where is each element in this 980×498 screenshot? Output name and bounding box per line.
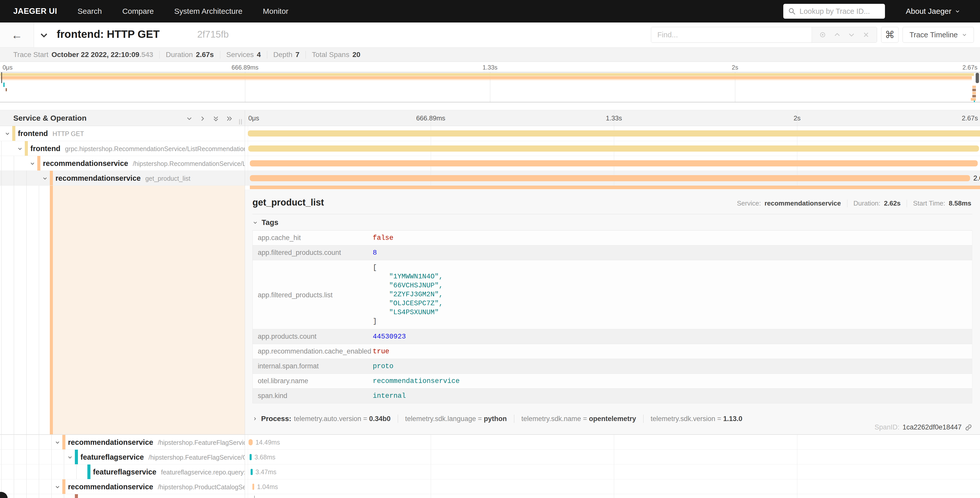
trace-id-lookup-input[interactable] (800, 7, 880, 16)
minimap-span-bar (0, 79, 972, 80)
column-resizer-handle[interactable]: || (239, 118, 243, 125)
collapse-span-chevron-icon[interactable] (67, 454, 73, 460)
jaeger-trace-page: JAEGER UI Search Compare System Architec… (0, 0, 980, 498)
expand-all-icon[interactable] (225, 115, 233, 123)
process-entry: telemetry.sdk.language = python (405, 415, 507, 423)
collapse-all-icon[interactable] (212, 115, 220, 123)
tag-value: 44530923 (373, 333, 406, 340)
tag-row: app.filtered_products.list [ "1YMWWN1N4O… (253, 260, 972, 329)
collapse-span-chevron-icon[interactable] (54, 484, 60, 490)
start-time-value: 8.58ms (949, 200, 971, 208)
pane-splitter[interactable] (245, 110, 245, 498)
minimap-tick: 2.67s (963, 64, 977, 71)
minimap-right-scrubber[interactable] (976, 73, 979, 83)
minimap-span-bar (0, 76, 972, 79)
span-bar[interactable] (252, 484, 254, 490)
service-operation-header: Service & Operation (13, 114, 87, 123)
span-bar[interactable] (248, 145, 979, 152)
tags-section-toggle[interactable]: Tags (252, 218, 972, 227)
timeline-tick: 666.89ms (416, 114, 445, 122)
nav-item-system-architecture[interactable]: System Architecture (174, 7, 242, 16)
back-button[interactable]: ← (0, 22, 34, 47)
trace-view-selector[interactable]: Trace Timeline (903, 27, 974, 43)
minimap-left-scrubber[interactable] (1, 72, 2, 83)
locate-icon[interactable] (819, 31, 826, 38)
span-bar[interactable] (251, 469, 253, 475)
span-bar[interactable] (248, 439, 253, 445)
span-bar[interactable] (248, 130, 980, 137)
span-service-operation: recommendationservice/hipstershop.Recomm… (43, 159, 245, 168)
services-label: Services (226, 51, 254, 59)
span-row[interactable]: frontendgrpc.hipstershop.RecommendationS… (0, 141, 980, 156)
span-color-accent (62, 435, 65, 449)
collapse-span-chevron-icon[interactable] (29, 161, 35, 167)
minimap-span-bar (0, 73, 974, 76)
minimap-tick-labels: 0μs 666.89ms 1.33s 2s 2.67s (0, 62, 980, 72)
span-bar[interactable] (250, 454, 251, 460)
trace-id-lookup (783, 4, 885, 19)
brand-logo[interactable]: JAEGER UI (13, 6, 57, 16)
span-duration-label: 3.68ms (255, 453, 275, 461)
span-service-operation: recommendationservice/hipstershop.Produc… (68, 483, 245, 491)
find-next-icon[interactable] (848, 31, 855, 38)
span-row[interactable]: featureflagservice/hipstershop.FeatureFl… (0, 449, 980, 464)
span-row[interactable]: recommendationservice/hipstershop.Produc… (0, 479, 980, 494)
span-color-accent (88, 464, 91, 479)
tag-row: internal.span.format proto (253, 359, 972, 374)
tags-section-label: Tags (262, 218, 278, 227)
collapse-span-chevron-icon[interactable] (54, 439, 60, 445)
span-detail-panel: get_product_list Service:recommendations… (245, 190, 980, 434)
tag-row: otel.library.name recommendationservice (253, 374, 972, 389)
collapse-span-chevron-icon[interactable] (4, 131, 11, 137)
span-duration-label: 14.49ms (256, 439, 280, 446)
span-service-operation: featureflagservicefeatureflagservice.rep… (93, 468, 245, 476)
span-row-partial[interactable] (0, 494, 980, 498)
process-section[interactable]: Process: telemetry.auto.version = 0.34b0… (252, 415, 972, 423)
trace-minimap[interactable] (0, 72, 980, 102)
minimap-tick: 2s (732, 64, 738, 71)
tag-key: app.filtered_products.list (253, 290, 373, 299)
span-row[interactable]: frontendHTTP GET (0, 126, 980, 141)
duration-label: Duration (166, 51, 193, 59)
trace-summary-bar: Trace Start October 22 2022, 22:10:09.54… (0, 48, 980, 62)
timeline-column-header: Service & Operation || 0μs 666.89ms 1.33… (0, 110, 980, 126)
expand-one-icon[interactable] (199, 115, 207, 123)
collapse-span-chevron-icon[interactable] (17, 146, 23, 152)
nav-item-search[interactable]: Search (78, 7, 102, 16)
span-service-operation: recommendationservice/hipstershop.Featur… (68, 438, 245, 447)
tag-value: false (373, 234, 393, 242)
nav-item-compare[interactable]: Compare (123, 7, 154, 16)
timeline-tick: 2.67s (962, 114, 978, 122)
span-row-selected[interactable]: recommendationserviceget_product_list 2.… (0, 171, 980, 185)
chevron-down-icon (955, 9, 960, 14)
nav-item-monitor[interactable]: Monitor (263, 7, 288, 16)
span-row[interactable]: recommendationservice/hipstershop.Featur… (0, 434, 980, 449)
collapse-one-icon[interactable] (186, 115, 193, 123)
span-bar[interactable] (250, 175, 970, 181)
chevron-down-icon (252, 220, 258, 225)
about-jaeger-menu[interactable]: About Jaeger (906, 7, 960, 16)
minimap-span-bar (974, 101, 975, 102)
find-prev-icon[interactable] (834, 31, 841, 38)
find-input[interactable] (651, 27, 811, 42)
tag-row: app.cache_hit false (253, 231, 972, 246)
top-nav: JAEGER UI Search Compare System Architec… (0, 0, 980, 22)
total-spans-value: 20 (352, 51, 360, 59)
span-bar[interactable] (250, 160, 978, 166)
span-service-operation: frontendgrpc.hipstershop.RecommendationS… (30, 144, 245, 153)
link-icon[interactable] (965, 424, 972, 431)
tag-row: app.products.count 44530923 (253, 329, 972, 344)
span-row[interactable]: recommendationservice/hipstershop.Recomm… (0, 156, 980, 171)
span-color-accent (75, 494, 78, 498)
collapse-trace-chevron-icon[interactable] (38, 30, 49, 41)
span-color-accent (12, 126, 15, 141)
trace-title: frontend: HTTP GET (57, 28, 160, 40)
span-row[interactable]: featureflagservicefeatureflagservice.rep… (0, 464, 980, 479)
collapse-span-chevron-icon[interactable] (42, 176, 48, 182)
keyboard-shortcuts-button[interactable]: ⌘ (881, 27, 899, 43)
clear-find-icon[interactable] (862, 31, 870, 38)
span-duration-label: 2.62s (974, 174, 980, 182)
about-jaeger-label: About Jaeger (906, 7, 951, 16)
depth-label: Depth (274, 51, 293, 59)
minimap-span-bar (971, 98, 976, 101)
